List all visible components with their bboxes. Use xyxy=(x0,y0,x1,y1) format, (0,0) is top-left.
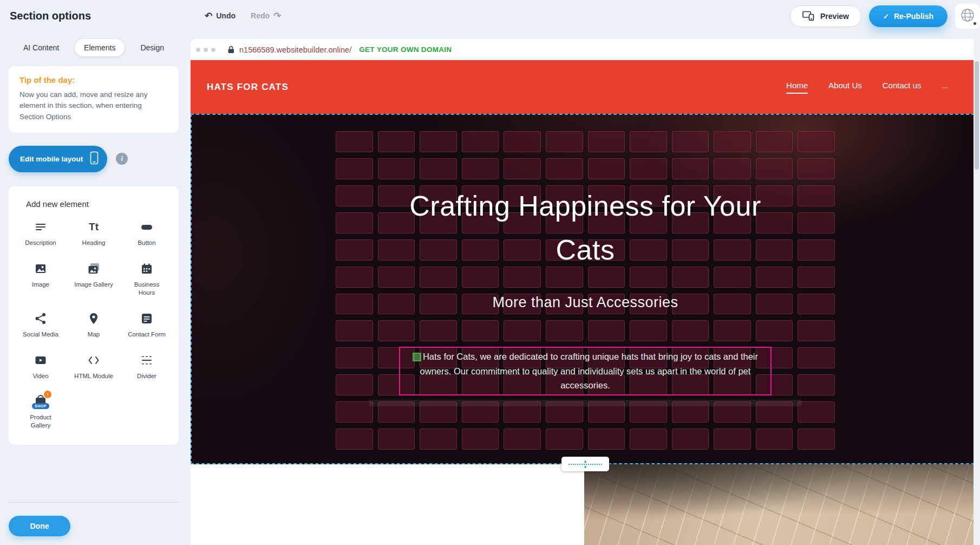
site-logo[interactable]: HATS FOR CATS xyxy=(207,82,289,93)
sidebar-tabs: AI Content Elements Design xyxy=(9,39,179,56)
element-image-gallery[interactable]: Image Gallery xyxy=(67,261,120,297)
redo-label: Redo xyxy=(251,11,270,20)
window-dot xyxy=(196,48,200,52)
undo-button[interactable]: ↶ Undo xyxy=(205,11,236,21)
topbar: Section options ↶ Undo Redo ↷ P xyxy=(0,0,980,31)
shop-badge: SHOP xyxy=(32,403,49,409)
republish-label: Re-Publish xyxy=(894,12,933,21)
hero-tile xyxy=(798,212,835,233)
element-drag-handle[interactable] xyxy=(413,353,421,361)
site-preview-window: n1566589.websitebuilder.online/ GET YOUR… xyxy=(191,39,980,545)
heading-icon: Tt xyxy=(89,219,99,235)
element-html-module[interactable]: HTML Module xyxy=(67,353,120,380)
hero-tile xyxy=(714,131,751,152)
hero-tile xyxy=(420,131,457,152)
hero-tile xyxy=(336,347,373,368)
preview-button[interactable]: Preview xyxy=(790,5,861,27)
business-hours-icon xyxy=(140,261,153,276)
resize-up-arrow-icon: ▲ xyxy=(583,459,587,463)
info-icon[interactable]: i xyxy=(116,153,128,165)
hero-tile xyxy=(714,158,751,179)
get-domain-link[interactable]: GET YOUR OWN DOMAIN xyxy=(359,46,452,54)
tab-elements[interactable]: Elements xyxy=(75,39,125,56)
hero-tile xyxy=(378,131,415,152)
element-grid: Description Tt Heading Button xyxy=(14,219,173,430)
hero-tile xyxy=(336,401,373,423)
hero-tile xyxy=(798,267,835,288)
window-dot xyxy=(211,48,215,52)
element-button[interactable]: Button xyxy=(120,219,173,247)
app-window: Section options ↶ Undo Redo ↷ P xyxy=(0,0,980,545)
scrollbar-thumb[interactable] xyxy=(975,61,979,170)
element-heading[interactable]: Tt Heading xyxy=(67,219,120,247)
element-map[interactable]: Map xyxy=(67,311,120,339)
site-url: n1566589.websitebuilder.online/ xyxy=(239,46,351,54)
hero-tile xyxy=(588,131,625,152)
browser-chrome-bar: n1566589.websitebuilder.online/ GET YOUR… xyxy=(191,39,980,60)
hero-tile xyxy=(630,158,667,179)
tab-design[interactable]: Design xyxy=(131,39,173,56)
nav-item-about[interactable]: About Us xyxy=(828,81,862,94)
devices-icon xyxy=(802,10,815,23)
hero-tile xyxy=(672,429,709,450)
next-section-empty-area xyxy=(191,464,584,545)
tip-of-the-day-card: Tip of the day: Now you can add, move an… xyxy=(9,66,179,133)
hero-tile xyxy=(756,131,793,152)
hero-tile xyxy=(336,267,373,288)
element-image[interactable]: Image xyxy=(14,261,67,297)
add-element-title: Add new element xyxy=(14,199,173,209)
hero-tile xyxy=(798,131,835,152)
hero-tile xyxy=(588,320,625,341)
hero-tile xyxy=(336,212,373,233)
paving-photo xyxy=(584,464,980,545)
hero-tile xyxy=(798,158,835,179)
hero-tile xyxy=(504,158,541,179)
divider-icon xyxy=(140,353,153,368)
language-globe-button[interactable] xyxy=(955,4,980,29)
tab-ai-content[interactable]: AI Content xyxy=(14,39,68,56)
hero-tile xyxy=(798,347,835,368)
hero-tile xyxy=(798,374,835,395)
element-contact-form[interactable]: Contact Form xyxy=(120,311,173,339)
edit-mobile-layout-button[interactable]: Edit mobile layout xyxy=(9,146,107,172)
hero-tile xyxy=(672,320,709,341)
history-controls: ↶ Undo Redo ↷ xyxy=(205,0,281,31)
next-section[interactable] xyxy=(191,464,980,545)
element-social-media[interactable]: Social Media xyxy=(14,311,67,339)
redo-button[interactable]: Redo ↷ xyxy=(251,11,281,21)
lock-icon xyxy=(227,46,234,54)
hero-tile xyxy=(546,320,583,341)
hero-tile xyxy=(336,131,373,152)
hero-tile xyxy=(378,158,415,179)
hero-tile xyxy=(714,429,751,450)
hero-subtitle[interactable]: More than Just Accessories xyxy=(192,294,979,311)
globe-icon xyxy=(960,8,975,25)
hero-paragraph[interactable]: Hats for Cats, we are dedicated to craft… xyxy=(420,352,758,390)
mobile-layout-row: Edit mobile layout i xyxy=(9,146,187,172)
tip-body: Now you can add, move and resize any ele… xyxy=(19,89,168,122)
element-video[interactable]: Video xyxy=(14,353,67,380)
hero-tile xyxy=(336,185,373,206)
hero-tile xyxy=(672,158,709,179)
republish-button[interactable]: ✓ Re-Publish xyxy=(869,5,948,27)
sidebar: AI Content Elements Design Tip of the da… xyxy=(0,31,187,545)
hero-tile xyxy=(420,320,457,341)
element-description[interactable]: Description xyxy=(14,219,67,247)
hero-tile xyxy=(504,131,541,152)
nav-item-contact[interactable]: Contact us xyxy=(883,81,922,94)
preview-label: Preview xyxy=(820,12,849,21)
hero-section-selected[interactable]: Crafting Happiness for Your Cats More th… xyxy=(191,114,980,464)
element-product-gallery[interactable]: SHOP ↑ Product Gallery xyxy=(14,394,67,430)
section-resize-handle[interactable]: ▲ ▼ xyxy=(561,457,609,471)
element-divider[interactable]: Divider xyxy=(120,353,173,380)
hero-title[interactable]: Crafting Happiness for Your Cats xyxy=(409,184,761,272)
nav-item-home[interactable]: Home xyxy=(786,81,808,94)
nav-more-icon[interactable]: ... xyxy=(942,81,949,94)
hero-tile xyxy=(336,320,373,341)
element-business-hours[interactable]: Business Hours xyxy=(120,261,173,297)
done-button[interactable]: Done xyxy=(9,516,70,536)
hero-paragraph-selection[interactable]: Hats for Cats, we are dedicated to craft… xyxy=(399,347,772,395)
window-dots xyxy=(196,48,215,52)
site-header: HATS FOR CATS Home About Us Contact us .… xyxy=(191,60,980,114)
check-icon: ✓ xyxy=(883,12,889,21)
